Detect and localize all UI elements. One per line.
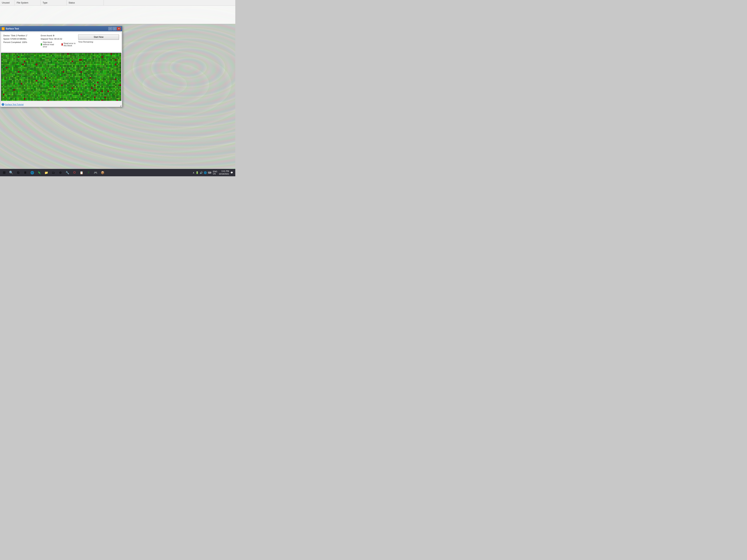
- surface-test-tutorial-link[interactable]: Surface Test Tutorial: [5, 103, 24, 106]
- disk-block: [118, 76, 119, 77]
- disk-block: [6, 64, 7, 65]
- disk-block: [113, 80, 115, 81]
- disk-block: [43, 77, 45, 79]
- disk-block: [104, 67, 106, 68]
- resize-handle[interactable]: ◢: [120, 105, 122, 106]
- disk-block: [112, 56, 113, 58]
- disk-block: [39, 59, 40, 60]
- disk-block: [52, 65, 54, 67]
- disk-block: [12, 65, 13, 67]
- disk-block: [120, 71, 121, 73]
- taskbar-search-icon[interactable]: 🔍: [8, 169, 15, 176]
- start-now-button[interactable]: Start Now: [78, 34, 119, 39]
- taskbar-icon-3[interactable]: 🦎: [36, 169, 43, 176]
- disk-block: [115, 89, 117, 90]
- disk-block: [87, 79, 88, 80]
- disk-block: [87, 76, 88, 77]
- disk-block: [70, 61, 72, 62]
- taskbar-icon-2[interactable]: 🌐: [29, 169, 35, 176]
- disk-block: [24, 65, 25, 67]
- disk-block: [96, 79, 97, 80]
- taskbar-start-button[interactable]: ⊞: [1, 169, 7, 176]
- disk-block: [45, 76, 46, 77]
- disk-block: [91, 74, 93, 76]
- keyboard-icon[interactable]: ⌨: [208, 171, 211, 174]
- disk-block: [94, 67, 96, 68]
- disk-block: [49, 89, 51, 90]
- disk-block: [46, 83, 48, 84]
- disk-block: [94, 73, 96, 74]
- taskbar-icon-12[interactable]: 📦: [99, 169, 106, 176]
- disk-block: [33, 97, 34, 98]
- taskbar-icon-8[interactable]: O: [71, 169, 78, 176]
- disk-block: [82, 73, 83, 74]
- disk-block: [63, 58, 64, 59]
- disk-block: [91, 56, 93, 58]
- disk-block: [33, 77, 34, 79]
- disk-block: [106, 77, 107, 79]
- disk-block: [21, 74, 22, 76]
- disk-block: [34, 59, 35, 60]
- disk-block: [17, 87, 18, 89]
- disk-block: [83, 83, 85, 84]
- disk-block: [54, 95, 55, 97]
- disk-block: [91, 98, 93, 100]
- disk-block: [79, 56, 80, 58]
- disk-block: [91, 53, 93, 55]
- disk-block: [113, 85, 115, 86]
- disk-block: [17, 95, 18, 97]
- disk-block: [94, 98, 96, 100]
- disk-block: [78, 79, 79, 80]
- taskbar-icon-6[interactable]: ⚙: [57, 169, 64, 176]
- disk-block: [118, 62, 119, 63]
- disk-block: [66, 86, 67, 87]
- disk-block: [64, 64, 66, 65]
- disk-block: [75, 83, 76, 84]
- disk-block: [52, 97, 54, 98]
- disk-block: [9, 79, 10, 80]
- taskbar-icon-9[interactable]: 📋: [78, 169, 85, 176]
- disk-block: [63, 74, 64, 76]
- chevron-icon[interactable]: ∧: [193, 171, 195, 174]
- maximize-button[interactable]: □: [113, 27, 117, 30]
- disk-block: [4, 55, 6, 56]
- disk-block: [73, 92, 75, 94]
- network-icon[interactable]: 🌐: [204, 171, 207, 174]
- disk-block: [41, 80, 42, 81]
- taskbar-icon-1[interactable]: 🖥: [22, 169, 28, 176]
- disk-block: [99, 87, 100, 89]
- taskbar-taskview-icon[interactable]: ⧉: [15, 169, 22, 176]
- disk-block: [52, 68, 54, 70]
- close-button[interactable]: ✕: [117, 27, 121, 30]
- disk-block: [52, 70, 54, 71]
- disk-block: [83, 100, 85, 101]
- disk-block: [21, 85, 22, 86]
- taskbar-icon-10[interactable]: X: [85, 169, 92, 176]
- disk-block: [75, 86, 76, 87]
- disk-block: [117, 53, 118, 55]
- disk-block: [25, 67, 27, 68]
- disk-block: [118, 77, 119, 79]
- volume-icon[interactable]: 🔊: [200, 171, 203, 174]
- disk-block: [66, 59, 67, 60]
- disk-block: [20, 53, 21, 55]
- disk-block: [63, 68, 64, 70]
- taskbar-clock[interactable]: 3:41 PM 10/18/2021: [219, 170, 229, 176]
- disk-block: [30, 71, 31, 73]
- disk-block: [66, 85, 67, 86]
- disk-block: [107, 74, 109, 76]
- disk-block: [61, 55, 62, 56]
- notification-icon[interactable]: 💬: [230, 171, 233, 174]
- disk-block: [1, 83, 3, 84]
- disk-block: [118, 94, 119, 95]
- device-value: "Disk 2 Partition 1": [11, 34, 28, 37]
- disk-block: [106, 94, 107, 95]
- taskbar-icon-11[interactable]: 🎮: [92, 169, 99, 176]
- taskbar-icon-7[interactable]: 🔧: [64, 169, 71, 176]
- minimize-button[interactable]: ─: [108, 27, 112, 30]
- disk-block: [91, 61, 93, 62]
- disk-block: [83, 53, 85, 55]
- taskbar-icon-4[interactable]: 📁: [43, 169, 50, 176]
- disk-block: [45, 59, 46, 60]
- taskbar-icon-5[interactable]: 🗂: [50, 169, 57, 176]
